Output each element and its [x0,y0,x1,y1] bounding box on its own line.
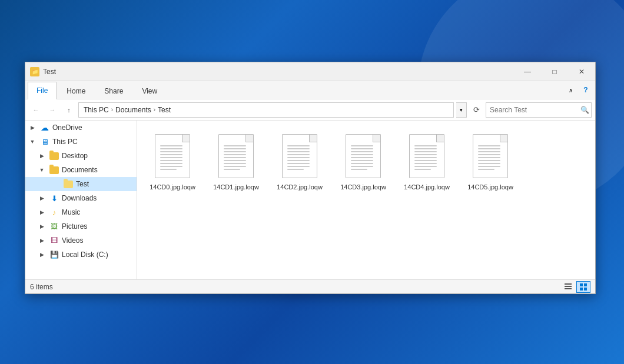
svg-rect-5 [580,288,583,290]
documents-folder-icon [49,165,59,175]
status-bar: 6 items [25,279,595,293]
doc-page-0 [155,134,190,178]
doc-page-4 [409,134,444,178]
tab-file[interactable]: File [28,82,57,99]
file-thumb-2 [279,131,320,181]
doc-line [160,157,182,158]
search-input[interactable] [490,106,578,114]
sidebar-item-documents[interactable]: ▼ Documents [25,163,137,177]
file-thumb-5 [470,131,511,181]
expand-arrow-desktop: ▶ [37,151,47,161]
doc-line [287,154,310,155]
explorer-window: 📁 Test — □ ✕ File Home Share View ∧ ? ← … [25,62,596,294]
svg-rect-2 [565,288,572,289]
details-view-icon [564,283,572,291]
file-name-2: 14CD2.jpg.loqw [277,183,323,191]
sidebar-item-thispc[interactable]: ▼ 🖥 This PC [25,135,137,149]
file-thumb-3 [343,131,384,181]
downloads-icon: ⬇ [49,193,59,203]
address-dropdown-button[interactable]: ▾ [456,102,467,118]
doc-line [478,157,500,158]
doc-line [160,166,182,167]
doc-page-2 [282,134,317,178]
tab-home[interactable]: Home [58,82,94,99]
path-test[interactable]: Test [158,106,171,114]
large-icons-view-button[interactable] [576,281,590,293]
doc-line [160,145,182,146]
doc-line [414,145,437,146]
doc-line [351,145,373,146]
file-item-5[interactable]: 14CD5.jpg.loqw [461,126,520,193]
address-path[interactable]: This PC › Documents › Test [78,102,454,118]
doc-line [224,145,246,146]
expand-arrow-pictures: ▶ [37,222,47,231]
file-item-4[interactable]: 14CD4.jpg.loqw [397,126,456,193]
sidebar-item-desktop[interactable]: ▶ Desktop [25,149,137,163]
path-sep-2: › [154,106,155,113]
sidebar-label-thispc: This PC [52,138,78,146]
sidebar-item-test[interactable]: Test [25,177,137,191]
pictures-icon: 🖼 [49,221,59,232]
search-box[interactable]: 🔍 [486,102,592,118]
doc-page-1 [218,134,254,178]
expand-arrow-documents: ▼ [37,165,47,175]
title-bar: 📁 Test — □ ✕ [25,62,595,81]
main-content: ▶ ☁ OneDrive ▼ 🖥 This PC ▶ Desktop [25,121,595,279]
music-icon: ♪ [49,207,59,218]
forward-button[interactable]: → [45,103,59,117]
up-button[interactable]: ↑ [62,103,76,117]
expand-arrow-music: ▶ [37,208,47,217]
sidebar-label-videos: Videos [62,236,83,245]
doc-line [160,163,182,164]
tab-share[interactable]: Share [95,82,132,99]
tab-view[interactable]: View [133,82,166,99]
expand-arrow-thispc: ▼ [28,137,37,146]
refresh-button[interactable]: ⟳ [469,103,483,117]
doc-line [351,151,373,152]
minimize-button[interactable]: — [514,62,541,81]
doc-page-5 [473,134,508,178]
onedrive-icon: ☁ [39,122,50,133]
doc-line [287,160,310,161]
doc-line [160,160,182,161]
sidebar-item-videos[interactable]: ▶ 🎞 Videos [25,233,137,248]
sidebar-item-downloads[interactable]: ▶ ⬇ Downloads [25,191,137,205]
doc-line [478,169,494,170]
maximize-button[interactable]: □ [541,62,568,81]
doc-line [287,169,304,170]
path-documents[interactable]: Documents [115,106,151,114]
sidebar-label-onedrive: OneDrive [52,123,82,132]
file-item-3[interactable]: 14CD3.jpg.loqw [334,126,393,193]
sidebar-label-test: Test [76,180,89,188]
window-icon: 📁 [30,67,39,76]
doc-line [224,169,240,170]
doc-line [414,151,437,152]
file-item-2[interactable]: 14CD2.jpg.loqw [270,126,329,193]
file-item-1[interactable]: 14CD1.jpg.loqw [207,126,265,193]
doc-line [224,163,246,164]
svg-rect-0 [565,283,572,285]
doc-line [160,154,182,155]
file-name-3: 14CD3.jpg.loqw [340,183,386,191]
pc-icon: 🖥 [39,136,50,147]
path-thispc[interactable]: This PC [84,106,109,114]
details-view-button[interactable] [561,281,575,293]
sidebar-item-onedrive[interactable]: ▶ ☁ OneDrive [25,121,137,135]
sidebar-item-music[interactable]: ▶ ♪ Music [25,205,137,219]
sidebar-scroll-area[interactable]: ▶ ☁ OneDrive ▼ 🖥 This PC ▶ Desktop [25,121,137,279]
back-button[interactable]: ← [29,103,43,117]
expand-arrow-localdisk: ▶ [37,250,47,259]
ribbon-expand-button[interactable]: ∧ [563,81,577,99]
file-thumb-0 [152,131,193,181]
expand-arrow-onedrive: ▶ [28,123,37,132]
sidebar-item-pictures[interactable]: ▶ 🖼 Pictures [25,219,137,233]
help-button[interactable]: ? [579,81,593,99]
doc-line [224,154,246,155]
sidebar-label-music: Music [62,208,80,216]
doc-line [224,157,246,158]
sidebar-label-documents: Documents [62,166,98,174]
file-item-0[interactable]: 14CD0.jpg.loqw [143,126,202,193]
doc-line [351,169,367,170]
close-button[interactable]: ✕ [568,62,595,81]
sidebar-item-localdisk[interactable]: ▶ 💾 Local Disk (C:) [25,248,137,262]
